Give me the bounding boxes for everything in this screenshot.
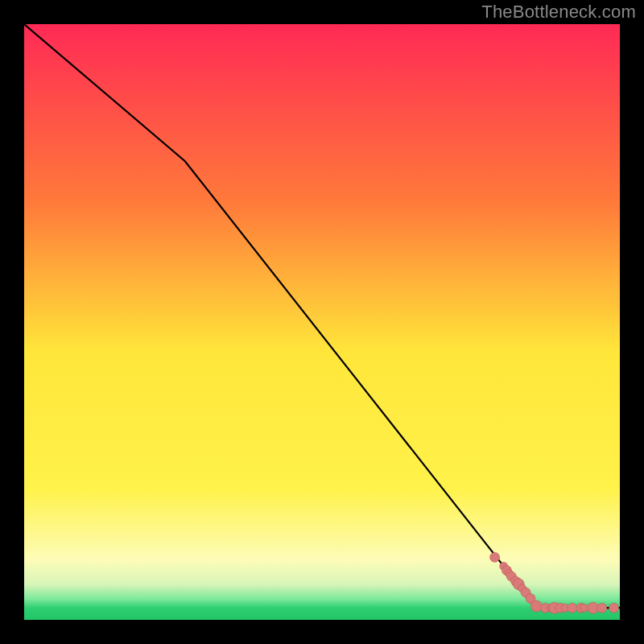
chart-frame: TheBottleneck.com <box>0 0 644 644</box>
chart-svg <box>24 24 620 620</box>
data-point <box>597 603 607 613</box>
data-point <box>530 601 542 612</box>
data-point <box>580 604 588 612</box>
watermark-text: TheBottleneck.com <box>481 2 636 23</box>
plot-area <box>24 24 620 620</box>
data-point <box>490 552 500 562</box>
gradient-background <box>24 24 620 620</box>
data-point <box>609 603 619 613</box>
data-point <box>568 603 577 613</box>
